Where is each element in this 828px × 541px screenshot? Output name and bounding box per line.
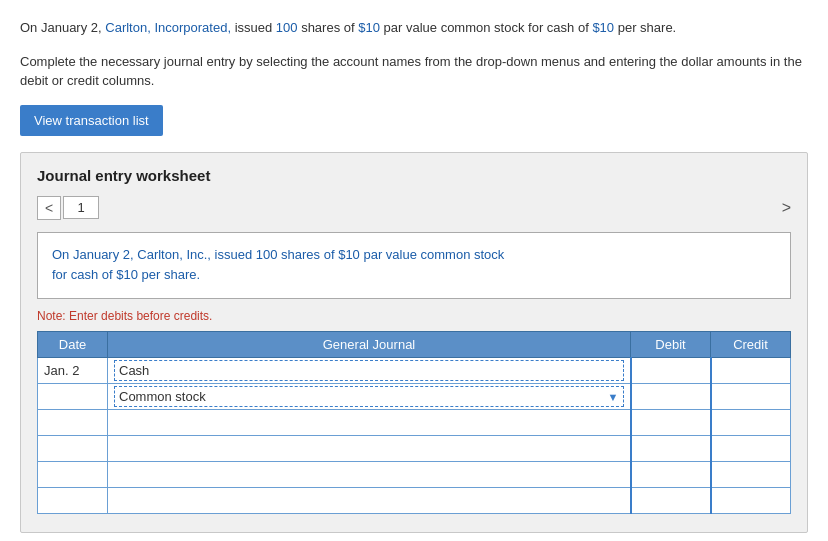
nav-next-button[interactable]: > (782, 199, 791, 217)
table-row (38, 488, 791, 514)
account-cell-1[interactable]: Cash (108, 358, 631, 384)
account-label-1: Cash (119, 363, 149, 378)
credit-cell-6[interactable] (711, 488, 791, 514)
credit-cell-1[interactable] (711, 358, 791, 384)
account-label-2: Common stock (119, 389, 206, 404)
debit-cell-6[interactable] (631, 488, 711, 514)
account-select-2[interactable]: Common stock ▼ (114, 386, 624, 407)
note-text: Note: Enter debits before credits. (37, 309, 791, 323)
date-cell-3 (38, 410, 108, 436)
account-cell-4[interactable] (108, 436, 631, 462)
credit-cell-5[interactable] (711, 462, 791, 488)
debit-cell-3[interactable] (631, 410, 711, 436)
table-row: Jan. 2 Cash (38, 358, 791, 384)
date-cell-5 (38, 462, 108, 488)
date-cell-4 (38, 436, 108, 462)
credit-cell-3[interactable] (711, 410, 791, 436)
date-cell-2 (38, 384, 108, 410)
account-cell-3[interactable] (108, 410, 631, 436)
account-cell-5[interactable] (108, 462, 631, 488)
table-row (38, 436, 791, 462)
col-header-credit: Credit (711, 332, 791, 358)
col-header-journal: General Journal (108, 332, 631, 358)
journal-table: Date General Journal Debit Credit Jan. 2… (37, 331, 791, 514)
credit-cell-2[interactable] (711, 384, 791, 410)
par-value: $10 (358, 20, 380, 35)
date-cell-6 (38, 488, 108, 514)
description-line1: On January 2, Carlton, Inc., issued 100 … (52, 247, 504, 262)
nav-prev-button[interactable]: < (37, 196, 61, 220)
dropdown-arrow-icon: ▼ (608, 391, 619, 403)
col-header-date: Date (38, 332, 108, 358)
account-select-1[interactable]: Cash (114, 360, 624, 381)
debit-cell-5[interactable] (631, 462, 711, 488)
worksheet-container: Journal entry worksheet < 1 > On January… (20, 152, 808, 534)
credit-cell-4[interactable] (711, 436, 791, 462)
cash-value: $10 (592, 20, 614, 35)
share-count: 100 (276, 20, 298, 35)
nav-page-tab: 1 (63, 196, 99, 219)
description-box: On January 2, Carlton, Inc., issued 100 … (37, 232, 791, 300)
account-cell-6[interactable] (108, 488, 631, 514)
date-cell-1: Jan. 2 (38, 358, 108, 384)
intro-paragraph: On January 2, Carlton, Incorporated, iss… (20, 18, 808, 38)
nav-row: < 1 > (37, 196, 791, 220)
table-row (38, 410, 791, 436)
instruction-paragraph: Complete the necessary journal entry by … (20, 52, 808, 91)
table-row (38, 462, 791, 488)
debit-cell-4[interactable] (631, 436, 711, 462)
debit-cell-1[interactable] (631, 358, 711, 384)
col-header-debit: Debit (631, 332, 711, 358)
account-cell-2[interactable]: Common stock ▼ (108, 384, 631, 410)
table-row: Common stock ▼ (38, 384, 791, 410)
view-transaction-button[interactable]: View transaction list (20, 105, 163, 136)
company-name: Carlton, Incorporated, (105, 20, 231, 35)
debit-cell-2[interactable] (631, 384, 711, 410)
worksheet-title: Journal entry worksheet (37, 167, 791, 184)
description-line2: for cash of $10 per share. (52, 267, 200, 282)
